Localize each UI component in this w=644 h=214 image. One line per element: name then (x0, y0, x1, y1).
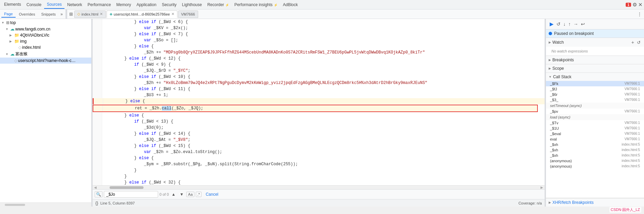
search-input[interactable] (104, 191, 158, 198)
tab-page[interactable]: Page (1, 11, 16, 18)
sidebar-toggle-button[interactable]: ⊞ (69, 11, 74, 17)
call-stack-item[interactable]: _$xh index.html:5 (546, 147, 644, 153)
code-line: } else if (_$Wd < 32) { (93, 179, 545, 185)
file-icon: ◇ (18, 45, 21, 50)
status-bar: {} Line 5, Column 8397 Coverage: n/a (93, 199, 545, 207)
paused-banner: Paused on breakpoint (546, 29, 644, 38)
close-index-tab[interactable]: ✕ (100, 12, 103, 16)
search-type-button[interactable]: 🔍 (95, 191, 102, 197)
call-stack-item[interactable]: (anonymous) index.html:5 (546, 158, 644, 164)
file-tab-userscript[interactable]: ◈ userscript.html…d-8609e25786ee ✕ (107, 10, 177, 18)
xhr-breakpoints-section: ▶ XHR/fetch Breakpoints (546, 198, 644, 207)
step-over-button[interactable]: ↺ (555, 21, 562, 27)
no-watch-label: No watch expressions (551, 49, 588, 53)
code-line: if (_$Wd < 13) { (93, 119, 545, 125)
breakpoints-section-header[interactable]: ▶ Breakpoints (546, 56, 644, 64)
settings-button[interactable]: ⚙ (632, 2, 637, 8)
tree-item-fangdi[interactable]: ▼ ☁ www.fangdi.com.cn (0, 26, 91, 32)
deactivate-breakpoints-button[interactable]: ↩ (580, 21, 586, 27)
code-line: _$JQ._$At = "_$V8"; (93, 137, 545, 143)
file-tab-index[interactable]: ◇ index.html ✕ (74, 10, 106, 18)
call-stack-loc: VM7666:1 (624, 82, 640, 86)
watch-refresh-button[interactable]: ↺ (636, 40, 641, 45)
folder-icon: 📁 (14, 39, 19, 44)
call-stack-item[interactable]: _$xh index.html:5 (546, 153, 644, 158)
step-out-button[interactable]: ↑ (567, 21, 572, 27)
blue-dot-icon (549, 32, 552, 35)
call-stack-item[interactable]: _$eval VM7666:1 (546, 131, 644, 136)
step-button[interactable]: → (572, 21, 579, 27)
code-content[interactable]: } else if (_$Wd < 6) { var _$KV = _$2x()… (93, 19, 545, 185)
call-stack-item[interactable]: _$Fk VM7666:1 (546, 81, 644, 86)
folder-icon: ⊞ (6, 20, 10, 25)
code-line: } else if (_$Wd < 7) { (93, 31, 545, 37)
watch-section-header[interactable]: ▶ Watch + ↺ (546, 38, 644, 47)
code-line: var _$KV = _$2x(); (93, 25, 545, 31)
chevron-right-icon: ▶ (549, 41, 551, 44)
close-devtools-button[interactable]: ✕ (638, 2, 643, 8)
tab-snippets[interactable]: Snippets (38, 11, 58, 17)
cancel-search-button[interactable]: Cancel (206, 192, 218, 197)
call-stack-section-header[interactable]: ▼ Call Stack (546, 73, 644, 81)
sub-nav-menu-button[interactable]: ⋮ (635, 9, 644, 19)
cloud-icon: ☁ (10, 26, 15, 31)
nav-application[interactable]: Application (134, 1, 159, 8)
scope-section-header[interactable]: ▶ Scope (546, 64, 644, 72)
nav-recorder[interactable]: Recorder ⚡ (205, 1, 232, 8)
chevron-right-icon: ▶ (549, 67, 551, 70)
nav-performance[interactable]: Performance (85, 1, 114, 8)
code-line: } else if (_$Wd < 14) { (93, 131, 545, 137)
tree-item-indexhtml[interactable]: ◇ index.html (0, 44, 91, 50)
call-stack-item[interactable]: _$fJ VM7666:1 (546, 86, 644, 92)
more-tabs-button[interactable]: » (59, 11, 64, 17)
breakpoints-section: ▶ Breakpoints (546, 56, 644, 64)
code-line-highlighted-main: ret = _$2h.call(_$Zo, _$JQ); (93, 105, 538, 112)
nav-elements[interactable]: Elements (1, 0, 24, 9)
cloud-icon: ☁ (10, 51, 15, 57)
code-line: } else if (_$Wd < 12) { (93, 56, 545, 62)
xhr-breakpoints-header[interactable]: ▶ XHR/fetch Breakpoints (546, 198, 644, 207)
code-line: if (_$Wd < 9) { (93, 62, 545, 68)
nav-adblock[interactable]: AdBlock (280, 1, 301, 8)
nav-sources[interactable]: Sources (44, 1, 64, 9)
call-stack-item[interactable]: eval VM7666:1 (546, 136, 644, 142)
watch-add-button[interactable]: + (631, 40, 635, 45)
call-stack-item[interactable]: _$3_ VM7666:1 (546, 97, 644, 103)
file-tab-vm7666[interactable]: VM7666 (178, 10, 198, 18)
cursor-icon: {} (95, 200, 98, 206)
horizontal-scrollbar[interactable]: ▶ ◀ (93, 185, 545, 189)
call-stack-item[interactable]: _$pv VM7666:1 (546, 109, 644, 114)
search-next-button[interactable]: ▼ (178, 192, 185, 197)
nav-console[interactable]: Console (24, 1, 44, 8)
tree-item-tampermonkey[interactable]: ▼ ☁ 篡改猴 (0, 50, 91, 58)
chevron-down-icon: ▼ (549, 75, 552, 79)
nav-network[interactable]: Network (64, 1, 85, 8)
tree-item-img[interactable]: ▶ 📁 img (0, 38, 91, 44)
call-stack-item[interactable]: _$Tv VM7666:1 (546, 120, 644, 126)
call-stack-item[interactable]: _$1U VM7666:1 (546, 126, 644, 131)
call-stack-item[interactable]: (anonymous) index.html:5 (546, 164, 644, 169)
step-into-button[interactable]: ↓ (562, 21, 567, 27)
close-userscript-tab[interactable]: ✕ (171, 12, 174, 16)
search-bar: 🔍 0 of 0 ▲ ▼ Aa .* Cancel (93, 189, 545, 199)
tree-item-userscript[interactable]: ◇ userscript.html?name=hook-cookie.user.… (0, 58, 91, 64)
code-line: _$3d(0); (93, 125, 545, 131)
tab-overrides[interactable]: Overrides (16, 11, 38, 17)
file-icon: ◇ (14, 58, 17, 63)
call-stack-item[interactable]: _$6r VM7666:1 (546, 92, 644, 97)
code-line: } else { (93, 112, 545, 119)
nav-lighthouse[interactable]: Lighthouse (179, 1, 205, 8)
code-line: _$JQ._$rD = "_$YC"; (93, 68, 545, 74)
nav-memory[interactable]: Memory (114, 1, 134, 8)
nav-perf-insights[interactable]: Performance insights ⚡ (232, 1, 280, 8)
search-prev-button[interactable]: ▲ (170, 192, 177, 197)
chevron-right-icon: ▶ (549, 58, 551, 62)
call-stack-item[interactable]: _$xh index.html:5 (546, 142, 644, 147)
tree-item-4qb[interactable]: ▶ 📁 4QbVtADbnLVlc (0, 32, 91, 38)
tree-item-top[interactable]: ▼ ⊞ top (0, 20, 91, 26)
regex-button[interactable]: .* (196, 192, 202, 197)
resume-button[interactable]: ▶ (549, 20, 555, 28)
nav-security[interactable]: Security (159, 1, 179, 8)
code-editor: } else if (_$Wd < 6) { var _$KV = _$2x()… (93, 19, 545, 207)
match-case-button[interactable]: Aa (186, 192, 194, 197)
